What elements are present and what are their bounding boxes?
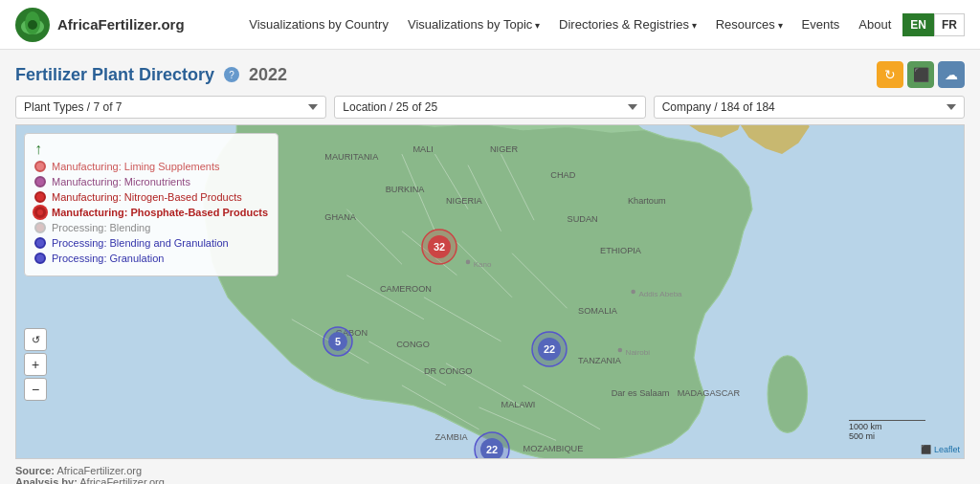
help-icon[interactable]: ? (224, 67, 239, 82)
svg-text:22: 22 (486, 444, 498, 455)
svg-text:NIGERIA: NIGERIA (446, 196, 483, 206)
zoom-out-button[interactable]: − (24, 378, 47, 401)
filter-row: Plant Types / 7 of 7 Location / 25 of 25… (15, 96, 965, 119)
svg-text:CAMEROON: CAMEROON (380, 284, 432, 294)
map-controls: ↺ + − (24, 328, 47, 401)
legend-dot-blending (34, 222, 46, 233)
svg-text:MALAWI: MALAWI (501, 400, 536, 409)
svg-text:Khartoum: Khartoum (628, 196, 666, 206)
title-row: Fertilizer Plant Directory ? 2022 ↻ ⬛ ☁ (15, 61, 965, 88)
svg-text:CHAD: CHAD (550, 170, 575, 180)
svg-text:Kano: Kano (474, 260, 492, 269)
legend-dot-granulation (34, 253, 46, 264)
svg-text:TANZANIA: TANZANIA (578, 356, 622, 365)
action-download-button[interactable]: ⬛ (907, 61, 934, 88)
svg-text:5: 5 (335, 336, 341, 347)
svg-text:MADAGASCAR: MADAGASCAR (678, 388, 741, 398)
legend-arrow-icon: ↑ (34, 142, 42, 157)
legend-reset[interactable]: ↑ (34, 142, 268, 157)
svg-text:DR CONGO: DR CONGO (424, 366, 473, 376)
nav-visualizations-country[interactable]: Visualizations by Country (249, 17, 389, 32)
page-title: Fertilizer Plant Directory (15, 65, 214, 85)
leaflet-label: Leaflet (934, 445, 960, 454)
cluster-22-zambia[interactable]: 22 (474, 431, 510, 459)
zoom-in-button[interactable]: + (24, 353, 47, 376)
nav-visualizations-topic[interactable]: Visualizations by Topic (408, 17, 540, 32)
header: AfricaFertilizer.org Visualizations by C… (0, 0, 980, 50)
legend-item-nitrogen[interactable]: Manufacturing: Nitrogen-Based Products (34, 191, 268, 203)
legend-item-blending-granulation[interactable]: Processing: Blending and Granulation (34, 237, 268, 249)
legend: ↑ Manufacturing: Liming Supplements Manu… (24, 133, 278, 276)
legend-dot-liming (34, 161, 46, 172)
legend-item-phosphate[interactable]: Manufacturing: Phosphate-Based Products (34, 207, 268, 218)
svg-text:MAURITANIA: MAURITANIA (324, 152, 379, 162)
cluster-5[interactable]: 5 (323, 326, 353, 360)
legend-dot-blending-granulation (34, 237, 46, 249)
svg-text:SOMALIA: SOMALIA (578, 306, 618, 316)
reset-view-button[interactable]: ↺ (24, 328, 47, 351)
svg-point-3 (28, 20, 37, 30)
analysis-label: Analysis by: (15, 476, 78, 484)
legend-label-nitrogen: Manufacturing: Nitrogen-Based Products (52, 191, 242, 203)
svg-text:MOZAMBIQUE: MOZAMBIQUE (523, 444, 584, 453)
svg-text:SUDAN: SUDAN (568, 214, 598, 224)
leaflet-credit: ⬛ Leaflet (921, 445, 960, 454)
legend-item-micronutrients[interactable]: Manufacturing: Micronutrients (34, 176, 268, 187)
source-value: AfricaFertilizer.org (56, 465, 142, 476)
nav-events[interactable]: Events (802, 17, 840, 32)
lang-fr-button[interactable]: FR (934, 13, 965, 36)
svg-text:Nairobi: Nairobi (626, 348, 651, 357)
svg-text:Dar es Salaam: Dar es Salaam (612, 388, 670, 398)
legend-label-phosphate: Manufacturing: Phosphate-Based Products (52, 207, 268, 218)
action-icons: ↻ ⬛ ☁ (877, 61, 965, 88)
svg-text:BURKINA: BURKINA (386, 185, 426, 194)
legend-label-micronutrients: Manufacturing: Micronutrients (52, 176, 190, 187)
legend-item-blending[interactable]: Processing: Blending (34, 222, 268, 233)
nav-resources[interactable]: Resources (716, 17, 783, 32)
svg-point-51 (618, 348, 623, 353)
svg-text:CONGO: CONGO (396, 340, 430, 349)
svg-text:GHANA: GHANA (324, 212, 357, 222)
legend-item-liming[interactable]: Manufacturing: Liming Supplements (34, 161, 268, 172)
year-badge: 2022 (249, 65, 287, 85)
footer: Source: AfricaFertilizer.org Analysis by… (0, 459, 980, 484)
plant-types-filter[interactable]: Plant Types / 7 of 7 (15, 96, 326, 119)
scale-km: 1000 km (849, 422, 882, 431)
legend-label-granulation: Processing: Granulation (52, 253, 164, 264)
svg-text:Addis Abeba: Addis Abeba (638, 290, 682, 298)
footer-source: Source: AfricaFertilizer.org (15, 465, 965, 476)
svg-text:ZAMBIA: ZAMBIA (434, 432, 468, 442)
legend-dot-phosphate (34, 207, 46, 218)
logo-area: AfricaFertilizer.org (15, 8, 185, 42)
cluster-32[interactable]: 32 (421, 229, 457, 268)
action-cloud-button[interactable]: ☁ (938, 61, 965, 88)
logo-icon (15, 8, 50, 42)
legend-label-blending-granulation: Processing: Blending and Granulation (52, 237, 229, 249)
svg-text:MALI: MALI (412, 144, 433, 154)
main-content: Fertilizer Plant Directory ? 2022 ↻ ⬛ ☁ … (0, 50, 980, 459)
cluster-22-kenya[interactable]: 22 (531, 331, 568, 370)
legend-dot-nitrogen (34, 191, 46, 203)
legend-dot-micronutrients (34, 176, 46, 187)
company-filter[interactable]: Company / 184 of 184 (654, 96, 965, 119)
svg-text:32: 32 (434, 241, 445, 253)
lang-en-button[interactable]: EN (902, 13, 934, 36)
scale-bar: 1000 km 500 mi (849, 420, 925, 441)
legend-label-blending: Processing: Blending (52, 222, 150, 233)
language-selector: EN FR (902, 13, 965, 36)
source-label: Source: (15, 465, 55, 476)
nav-about[interactable]: About (858, 17, 891, 32)
svg-point-53 (631, 290, 635, 295)
nav-directories[interactable]: Directories & Registries (559, 17, 697, 32)
svg-text:NIGER: NIGER (490, 144, 518, 154)
main-nav: Visualizations by Country Visualizations… (249, 17, 891, 32)
svg-point-49 (466, 260, 471, 265)
legend-label-liming: Manufacturing: Liming Supplements (52, 161, 219, 172)
action-refresh-button[interactable]: ↻ (877, 61, 903, 88)
location-filter[interactable]: Location / 25 of 25 (334, 96, 645, 119)
scale-mi: 500 mi (849, 431, 875, 441)
analysis-value: AfricaFertilizer.org (79, 476, 165, 484)
map-container[interactable]: MAURITANIA MALI NIGER CHAD BURKINA NIGER… (15, 124, 965, 459)
legend-item-granulation[interactable]: Processing: Granulation (34, 253, 268, 264)
footer-analysis: Analysis by: AfricaFertilizer.org (15, 476, 965, 484)
